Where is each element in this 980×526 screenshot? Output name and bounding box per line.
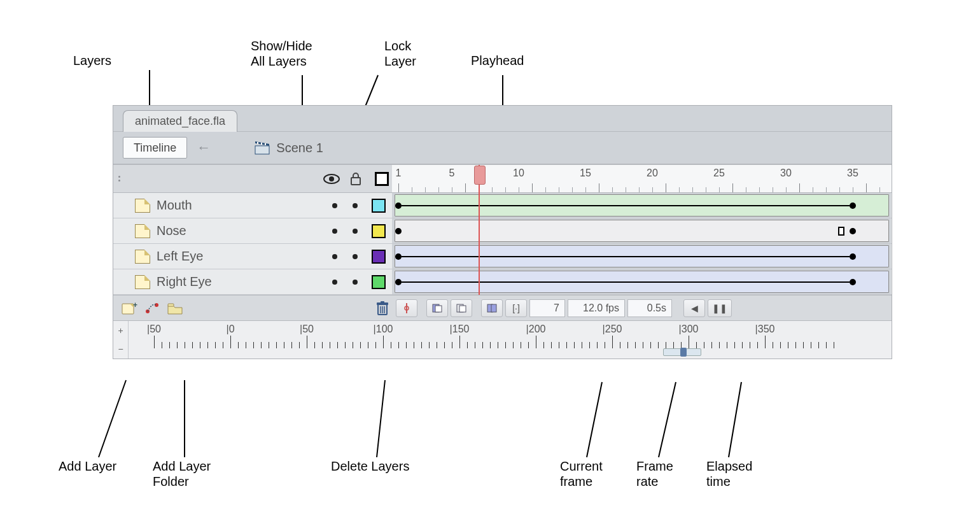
frame-track[interactable]	[392, 218, 892, 244]
svg-line-6	[377, 380, 385, 457]
svg-rect-12	[257, 142, 258, 144]
panel-grip-icon[interactable]	[118, 176, 126, 181]
layer-lock-dot[interactable]	[353, 229, 358, 234]
layer-visibility-dot[interactable]	[332, 254, 337, 259]
file-tab-bar: animated_face.fla	[113, 106, 892, 131]
current-frame-field[interactable]: 7	[529, 299, 565, 317]
frame-ruler[interactable]: 15101520253035	[392, 165, 892, 193]
frame-track[interactable]	[392, 193, 892, 218]
layer-name-label: Nose	[157, 224, 325, 238]
svg-point-22	[155, 303, 158, 307]
callout-elapsed-time: Elapsed time	[706, 458, 752, 489]
layer-row[interactable]: Right Eye	[113, 269, 392, 295]
tween-line	[402, 281, 850, 283]
timeline-panel: animated_face.fla Timeline ← Scene 1	[113, 105, 892, 359]
zoom-slider[interactable]	[663, 348, 701, 356]
onion-markers-button[interactable]: [·]	[505, 299, 527, 317]
layer-name-label: Right Eye	[157, 274, 325, 289]
add-layer-button[interactable]: +	[120, 299, 139, 317]
stage-ruler-number: |50	[147, 323, 161, 335]
center-frame-button[interactable]	[396, 299, 417, 317]
lock-icon[interactable]	[346, 169, 365, 188]
callout-lock-layer: Lock Layer	[384, 38, 416, 69]
layer-row[interactable]: Nose	[113, 218, 392, 244]
callout-add-layer-folder: Add Layer Folder	[153, 458, 211, 489]
frame-ruler-number: 35	[847, 167, 858, 179]
keyframe-dot[interactable]	[850, 203, 856, 209]
layer-visibility-dot[interactable]	[332, 229, 337, 234]
timeline-toolbar: +	[113, 295, 892, 320]
layer-lock-dot[interactable]	[353, 203, 358, 208]
keyframe-dot[interactable]	[395, 253, 402, 260]
edit-multiple-frames-button[interactable]	[481, 299, 503, 317]
layer-row[interactable]: Left Eye	[113, 244, 392, 269]
frame-ruler-number: 15	[580, 167, 591, 179]
svg-line-8	[659, 382, 676, 457]
layer-page-icon	[135, 275, 150, 289]
eye-icon[interactable]	[322, 169, 341, 188]
layer-lock-dot[interactable]	[353, 280, 358, 285]
back-arrow-icon[interactable]: ←	[196, 140, 211, 155]
outline-toggle-icon[interactable]	[370, 169, 389, 188]
callout-layers: Layers	[73, 53, 111, 68]
stage-ruler-toggle[interactable]: +−	[113, 321, 129, 359]
svg-rect-17	[351, 178, 360, 185]
stage-ruler-number: |150	[450, 323, 470, 335]
keyframe-dot[interactable]	[850, 279, 856, 285]
elapsed-time-field: 0.5s	[627, 299, 672, 317]
layer-visibility-dot[interactable]	[332, 280, 337, 285]
delete-layer-button[interactable]	[373, 299, 392, 317]
frame-ruler-number: 1	[396, 167, 402, 179]
blank-keyframe[interactable]	[838, 227, 844, 236]
layers-column: MouthNoseLeft EyeRight Eye	[113, 165, 392, 295]
layer-color-swatch[interactable]	[372, 250, 386, 264]
stage-ruler-number: |0	[226, 323, 234, 335]
add-motion-guide-button[interactable]	[143, 299, 162, 317]
layer-tools: +	[113, 299, 392, 317]
keyframe-dot[interactable]	[850, 228, 856, 234]
scroll-right-button[interactable]: ❚❚	[708, 299, 732, 317]
frame-track[interactable]	[392, 269, 892, 295]
keyframe-dot[interactable]	[395, 203, 402, 209]
onion-skin-button[interactable]	[426, 299, 448, 317]
frame-ruler-number: 10	[513, 167, 524, 179]
keyframe-dot[interactable]	[395, 228, 402, 234]
frame-track[interactable]	[392, 244, 892, 269]
onion-skin-outlines-button[interactable]	[451, 299, 472, 317]
layer-color-swatch[interactable]	[372, 199, 386, 213]
tween-line	[402, 205, 850, 206]
layers-header	[113, 165, 392, 193]
frame-rate-field[interactable]: 12.0 fps	[568, 299, 625, 317]
callout-frame-rate: Frame rate	[636, 458, 673, 489]
frame-ruler-number: 30	[780, 167, 792, 179]
layer-color-swatch[interactable]	[372, 224, 386, 238]
playhead[interactable]	[479, 165, 480, 295]
frames-column: 15101520253035	[392, 165, 892, 295]
stage-ruler-area: +− |50|0|50|100|150|200|250|300|350	[113, 320, 892, 359]
timeline-tab-button[interactable]: Timeline	[123, 137, 187, 159]
stage-ruler-number: |250	[603, 323, 622, 335]
keyframe-dot[interactable]	[850, 253, 856, 260]
layer-row[interactable]: Mouth	[113, 193, 392, 218]
svg-rect-10	[255, 146, 269, 154]
callout-delete-layers: Delete Layers	[331, 458, 409, 474]
svg-text:+: +	[133, 301, 137, 309]
layer-color-swatch[interactable]	[372, 275, 386, 289]
layer-page-icon	[135, 199, 150, 213]
callout-show-hide: Show/Hide All Layers	[251, 38, 312, 69]
scene-clapper-icon	[255, 141, 270, 155]
keyframe-dot[interactable]	[395, 279, 402, 285]
frame-ruler-number: 25	[713, 167, 725, 179]
svg-rect-13	[261, 143, 262, 145]
svg-point-16	[329, 176, 334, 181]
add-layer-folder-button[interactable]	[165, 299, 185, 317]
scroll-left-button[interactable]: ◀	[683, 299, 705, 317]
file-tab[interactable]: animated_face.fla	[123, 110, 237, 132]
layer-name-label: Left Eye	[157, 249, 325, 264]
frame-tracks[interactable]	[392, 193, 892, 295]
layer-visibility-dot[interactable]	[332, 203, 337, 208]
stage-ruler-number: |200	[526, 323, 546, 335]
scene-label: Scene 1	[276, 141, 323, 155]
layer-lock-dot[interactable]	[353, 254, 358, 259]
callout-current-frame: Current frame	[560, 458, 603, 489]
